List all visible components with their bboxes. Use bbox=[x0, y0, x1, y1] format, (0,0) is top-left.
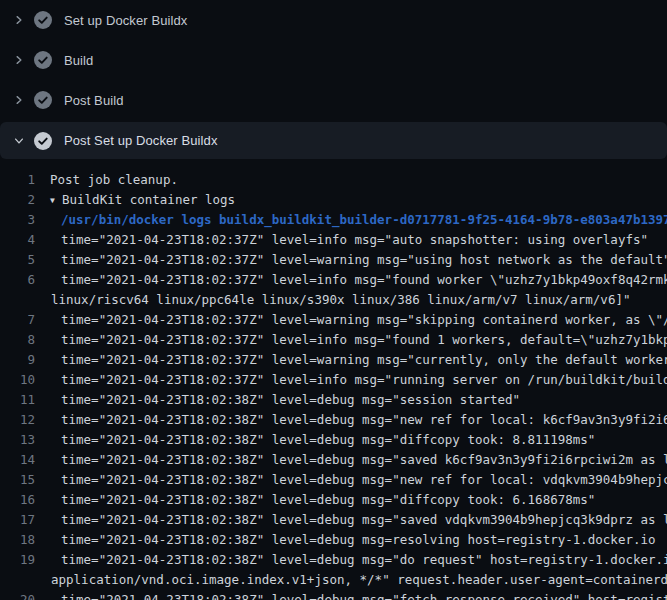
log-line-text: time="2021-04-23T18:02:37Z" level=warnin… bbox=[61, 250, 667, 270]
step-row[interactable]: Post Build bbox=[0, 80, 667, 120]
log-line: 1 Post job cleanup. bbox=[0, 170, 667, 190]
log-line: 6 time="2021-04-23T18:02:37Z" level=info… bbox=[0, 270, 667, 290]
step-label: Post Set up Docker Buildx bbox=[64, 133, 218, 148]
log-line-text: time="2021-04-23T18:02:38Z" level=debug … bbox=[61, 530, 656, 550]
log-line-number[interactable]: 3 bbox=[0, 210, 35, 230]
log-line: 5 time="2021-04-23T18:02:37Z" level=warn… bbox=[0, 250, 667, 270]
log-line-number[interactable]: 15 bbox=[0, 470, 35, 490]
log-line-text: time="2021-04-23T18:02:38Z" level=debug … bbox=[61, 490, 595, 510]
log-line-number[interactable]: 20 bbox=[0, 590, 35, 600]
log-line-text: time="2021-04-23T18:02:38Z" level=debug … bbox=[61, 450, 667, 470]
log-line-text: ▼BuildKit container logs bbox=[50, 190, 235, 210]
log-line-number[interactable]: 18 bbox=[0, 530, 35, 550]
log-line-text: time="2021-04-23T18:02:37Z" level=warnin… bbox=[61, 350, 667, 370]
log-line-text: linux/riscv64 linux/ppc64le linux/s390x … bbox=[51, 290, 630, 310]
log-line-number[interactable]: 7 bbox=[0, 310, 35, 330]
step-row[interactable]: Build bbox=[0, 40, 667, 80]
log-line: 10 time="2021-04-23T18:02:37Z" level=inf… bbox=[0, 370, 667, 390]
log-line: 19 time="2021-04-23T18:02:38Z" level=deb… bbox=[0, 550, 667, 570]
step-label: Set up Docker Buildx bbox=[64, 13, 187, 28]
log-line-text: time="2021-04-23T18:02:37Z" level=info m… bbox=[61, 370, 667, 390]
log-line: 11 time="2021-04-23T18:02:38Z" level=deb… bbox=[0, 390, 667, 410]
log-line-text: time="2021-04-23T18:02:37Z" level=info m… bbox=[61, 270, 667, 290]
step-label: Post Build bbox=[64, 93, 124, 108]
log-line: 14 time="2021-04-23T18:02:38Z" level=deb… bbox=[0, 450, 667, 470]
log-line-number[interactable]: 1 bbox=[0, 170, 35, 190]
log-line-number[interactable]: 4 bbox=[0, 230, 35, 250]
log-line-number[interactable]: 19 bbox=[0, 550, 35, 570]
log-line: 20 time="2021-04-23T18:02:38Z" level=deb… bbox=[0, 590, 667, 600]
log-line-number[interactable]: 16 bbox=[0, 490, 35, 510]
log-line-number[interactable]: 11 bbox=[0, 390, 35, 410]
log-line-number[interactable]: 12 bbox=[0, 410, 35, 430]
log-line-text: time="2021-04-23T18:02:38Z" level=debug … bbox=[61, 590, 667, 600]
log-line: linux/riscv64 linux/ppc64le linux/s390x … bbox=[0, 290, 667, 310]
chevron-right-icon bbox=[13, 94, 25, 106]
check-circle-icon bbox=[34, 11, 52, 29]
log-line-text: time="2021-04-23T18:02:38Z" level=debug … bbox=[61, 410, 667, 430]
log-line: 18 time="2021-04-23T18:02:38Z" level=deb… bbox=[0, 530, 667, 550]
log-line: 12 time="2021-04-23T18:02:38Z" level=deb… bbox=[0, 410, 667, 430]
log-line-number[interactable]: 14 bbox=[0, 450, 35, 470]
log-line-number[interactable]: 13 bbox=[0, 430, 35, 450]
log-line: 9 time="2021-04-23T18:02:37Z" level=warn… bbox=[0, 350, 667, 370]
log-line-text: /usr/bin/docker logs buildx_buildkit_bui… bbox=[61, 210, 667, 230]
log-line: 3 /usr/bin/docker logs buildx_buildkit_b… bbox=[0, 210, 667, 230]
step-row[interactable]: Post Set up Docker Buildx bbox=[0, 122, 667, 159]
step-row[interactable]: Set up Docker Buildx bbox=[0, 0, 667, 40]
log-group-header[interactable]: 2 ▼BuildKit container logs bbox=[0, 190, 667, 210]
log-line: 17 time="2021-04-23T18:02:38Z" level=deb… bbox=[0, 510, 667, 530]
steps-list: Set up Docker Buildx Build P bbox=[0, 0, 667, 160]
log-line: 16 time="2021-04-23T18:02:38Z" level=deb… bbox=[0, 490, 667, 510]
log-line-number[interactable]: 17 bbox=[0, 510, 35, 530]
log-area: 1 Post job cleanup. 2 ▼BuildKit containe… bbox=[0, 160, 667, 600]
group-toggle-arrow-icon[interactable]: ▼ bbox=[50, 191, 62, 210]
log-line-text: Post job cleanup. bbox=[50, 170, 178, 190]
log-line-text: time="2021-04-23T18:02:38Z" level=debug … bbox=[61, 550, 667, 570]
log-line-text: time="2021-04-23T18:02:37Z" level=info m… bbox=[61, 330, 667, 350]
log-line-number[interactable]: 5 bbox=[0, 250, 35, 270]
check-circle-icon bbox=[34, 132, 52, 150]
log-line-number[interactable]: 9 bbox=[0, 350, 35, 370]
log-line-text: time="2021-04-23T18:02:37Z" level=warnin… bbox=[61, 310, 667, 330]
log-line: 15 time="2021-04-23T18:02:38Z" level=deb… bbox=[0, 470, 667, 490]
log-line-text: time="2021-04-23T18:02:38Z" level=debug … bbox=[61, 430, 595, 450]
log-line: 8 time="2021-04-23T18:02:37Z" level=info… bbox=[0, 330, 667, 350]
log-line-text: application/vnd.oci.image.index.v1+json,… bbox=[51, 570, 667, 590]
log-line: 4 time="2021-04-23T18:02:37Z" level=info… bbox=[0, 230, 667, 250]
step-label: Build bbox=[64, 53, 93, 68]
log-line-text: time="2021-04-23T18:02:38Z" level=debug … bbox=[61, 390, 520, 410]
chevron-down-icon bbox=[13, 135, 25, 147]
log-line-number[interactable]: 2 bbox=[0, 190, 35, 210]
check-circle-icon bbox=[34, 91, 52, 109]
log-line-number[interactable]: 8 bbox=[0, 330, 35, 350]
log-line: 7 time="2021-04-23T18:02:37Z" level=warn… bbox=[0, 310, 667, 330]
chevron-right-icon bbox=[13, 14, 25, 26]
chevron-right-icon bbox=[13, 54, 25, 66]
actions-log-viewer: Set up Docker Buildx Build P bbox=[0, 0, 667, 600]
log-line-text: time="2021-04-23T18:02:37Z" level=info m… bbox=[61, 230, 648, 250]
log-line-number[interactable]: 10 bbox=[0, 370, 35, 390]
log-line-number[interactable]: 6 bbox=[0, 270, 35, 290]
log-line: application/vnd.oci.image.index.v1+json,… bbox=[0, 570, 667, 590]
log-line-text: time="2021-04-23T18:02:38Z" level=debug … bbox=[61, 510, 667, 530]
log-line-text: time="2021-04-23T18:02:38Z" level=debug … bbox=[61, 470, 667, 490]
check-circle-icon bbox=[34, 51, 52, 69]
log-line: 13 time="2021-04-23T18:02:38Z" level=deb… bbox=[0, 430, 667, 450]
